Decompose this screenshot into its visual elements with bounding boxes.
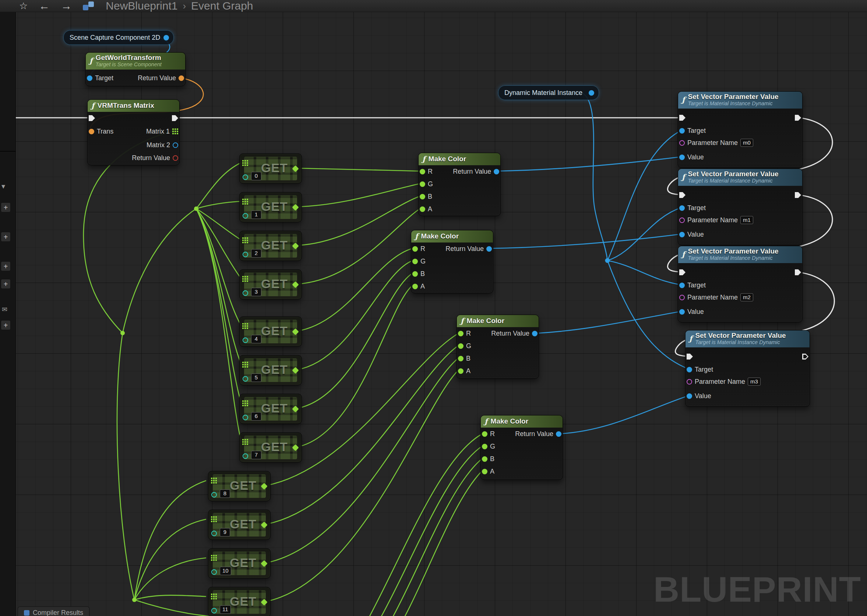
target-pin[interactable] <box>679 283 685 288</box>
node-get-6[interactable]: GET 6 <box>239 394 302 424</box>
array-pin[interactable] <box>242 276 248 282</box>
exec-in-pin[interactable] <box>679 115 686 121</box>
node-get-8[interactable]: GET 8 <box>208 471 271 501</box>
node-get-3[interactable]: GET 3 <box>239 269 302 300</box>
node-get-1[interactable]: GET 1 <box>239 192 302 222</box>
return-value-pin[interactable] <box>556 431 562 437</box>
panel-add-button-5[interactable]: + <box>1 320 11 330</box>
reroute-node-bundle[interactable] <box>194 206 198 211</box>
output-pin[interactable] <box>261 483 267 489</box>
output-pin[interactable] <box>292 204 299 211</box>
value-pin[interactable] <box>679 309 685 314</box>
array-pin[interactable] <box>211 516 217 522</box>
parameter-name-pin[interactable] <box>679 140 685 146</box>
index-pin[interactable] <box>211 492 217 498</box>
panel-add-button-4[interactable]: + <box>1 279 11 289</box>
reroute-node-left[interactable] <box>120 331 125 335</box>
star-icon[interactable]: ☆ <box>19 1 28 11</box>
b-pin[interactable] <box>412 271 418 277</box>
exec-out-pin[interactable] <box>795 192 801 198</box>
node-get-10[interactable]: GET 10 <box>208 548 271 578</box>
index-pin[interactable] <box>242 252 248 257</box>
node-vrm-trans-matrix[interactable]: ƒ VRMTrans Matrix Trans Matrix 1 Matrix … <box>87 99 179 165</box>
index-value[interactable]: 0 <box>251 172 261 180</box>
parameter-name-pin[interactable] <box>679 295 685 300</box>
r-pin[interactable] <box>482 431 488 437</box>
index-pin[interactable] <box>211 608 217 613</box>
matrix1-array-pin[interactable] <box>172 129 178 134</box>
output-pin[interactable] <box>261 560 267 567</box>
index-pin[interactable] <box>242 338 248 343</box>
node-set-vector-parameter-0[interactable]: ƒ Set Vector Parameter Value Target is M… <box>678 91 802 168</box>
value-pin[interactable] <box>679 232 685 237</box>
trans-pin[interactable] <box>89 129 94 134</box>
index-pin[interactable] <box>211 531 217 536</box>
index-pin[interactable] <box>242 213 248 218</box>
parameter-name-value[interactable]: m3 <box>748 377 761 386</box>
node-get-11[interactable]: GET 11 <box>208 587 271 616</box>
array-pin[interactable] <box>211 594 217 599</box>
node-get-9[interactable]: GET 9 <box>208 510 271 540</box>
b-pin[interactable] <box>482 456 488 462</box>
target-pin[interactable] <box>687 367 692 372</box>
index-value[interactable]: 1 <box>251 211 261 219</box>
node-make-color-0[interactable]: ƒ Make Color R Return Value G B A <box>418 153 501 216</box>
node-make-color-1[interactable]: ƒ Make Color R Return Value G B A <box>411 230 493 293</box>
b-pin[interactable] <box>458 356 464 361</box>
index-value[interactable]: 6 <box>251 412 261 421</box>
a-pin[interactable] <box>482 469 488 474</box>
index-pin[interactable] <box>211 569 217 575</box>
panel-collapse-caret[interactable]: ▾ <box>2 182 5 191</box>
target-pin[interactable] <box>679 128 685 134</box>
panel-add-button-1[interactable]: + <box>1 203 11 212</box>
array-pin[interactable] <box>242 439 248 445</box>
array-pin[interactable] <box>211 478 217 484</box>
node-get-world-transform[interactable]: ƒ GetWorldTransform Target is Scene Comp… <box>85 52 186 86</box>
node-get-5[interactable]: GET 5 <box>239 355 302 385</box>
parameter-name-value[interactable]: m1 <box>740 216 753 225</box>
index-value[interactable]: 7 <box>251 451 261 459</box>
return-value-pin[interactable] <box>494 169 499 174</box>
a-pin[interactable] <box>458 368 464 374</box>
output-pin[interactable] <box>292 367 299 374</box>
output-pin[interactable] <box>261 599 267 605</box>
output-pin[interactable] <box>292 281 299 288</box>
index-value[interactable]: 2 <box>251 249 261 258</box>
node-get-0[interactable]: GET 0 <box>239 154 302 184</box>
array-pin[interactable] <box>242 401 248 406</box>
parameter-name-pin[interactable] <box>679 217 685 223</box>
r-pin[interactable] <box>420 169 425 174</box>
parameter-name-value[interactable]: m2 <box>740 293 753 302</box>
index-pin[interactable] <box>242 453 248 459</box>
output-pin[interactable] <box>292 242 299 249</box>
r-pin[interactable] <box>458 331 464 336</box>
return-value-pin[interactable] <box>179 75 184 81</box>
exec-out-pin[interactable] <box>795 115 801 121</box>
g-pin[interactable] <box>458 343 464 349</box>
a-pin[interactable] <box>412 284 418 289</box>
exec-in-pin[interactable] <box>687 354 693 360</box>
target-pin[interactable] <box>87 75 93 81</box>
value-pin[interactable] <box>679 154 685 160</box>
array-pin[interactable] <box>242 237 248 243</box>
return-value-pin[interactable] <box>532 331 538 336</box>
panel-add-button-3[interactable]: + <box>1 261 11 271</box>
forward-icon[interactable]: → <box>61 0 72 12</box>
reroute-node-target[interactable] <box>605 258 610 263</box>
output-pin[interactable] <box>292 405 299 412</box>
array-pin[interactable] <box>211 555 217 561</box>
index-value[interactable]: 5 <box>251 374 261 382</box>
node-dynamic-material-instance[interactable]: Dynamic Material Instance <box>498 85 599 100</box>
node-get-4[interactable]: GET 4 <box>239 316 302 347</box>
breadcrumb-blueprint[interactable]: NewBlueprint1 <box>105 0 178 12</box>
node-get-7[interactable]: GET 7 <box>239 432 302 462</box>
b-pin[interactable] <box>420 194 425 200</box>
breadcrumb-event-graph[interactable]: Event Graph <box>191 0 253 12</box>
compiler-results-tab[interactable]: Compiler Results <box>18 607 90 616</box>
node-set-vector-parameter-2[interactable]: ƒ Set Vector Parameter Value Target is M… <box>678 246 802 322</box>
index-value[interactable]: 11 <box>220 605 231 614</box>
value-pin[interactable] <box>687 393 692 399</box>
node-set-vector-parameter-3[interactable]: ƒ Set Vector Parameter Value Target is M… <box>685 330 810 407</box>
node-make-color-3[interactable]: ƒ Make Color R Return Value G B A <box>480 415 563 480</box>
g-pin[interactable] <box>482 444 488 449</box>
